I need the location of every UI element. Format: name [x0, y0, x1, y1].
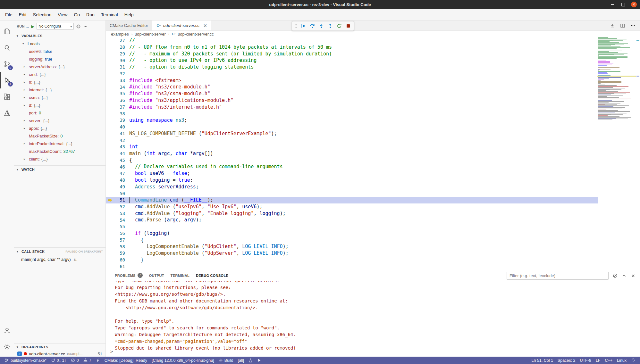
line-number[interactable]: 42 — [114, 138, 125, 143]
line-number[interactable]: 48 — [114, 178, 125, 183]
breadcrumb-item-udp-client-server[interactable]: udp-client-server — [135, 32, 166, 37]
status-sync-changes[interactable]: 0↓ 1↑ — [49, 357, 69, 364]
menu-file[interactable]: File — [2, 11, 16, 19]
code-line-42[interactable]: 42 — [106, 137, 640, 144]
console-prompt[interactable]: > — [110, 348, 113, 355]
download-icon[interactable] — [610, 23, 615, 28]
overview-ruler[interactable] — [636, 37, 640, 270]
code-line-39[interactable]: 39using namespace ns3; — [106, 117, 640, 124]
line-number[interactable]: 40 — [114, 124, 125, 129]
code-line-27[interactable]: 27// — [106, 37, 640, 44]
maximize-button[interactable] — [620, 2, 626, 7]
code-line-44[interactable]: 44main (int argc, char *argv[]) — [106, 150, 640, 157]
breakpoint-checkbox[interactable]: ✓ — [17, 352, 22, 356]
menu-edit[interactable]: Edit — [16, 11, 30, 19]
debug-stop-button[interactable] — [344, 22, 352, 30]
activity-accounts-icon[interactable] — [0, 322, 14, 338]
code-editor[interactable]: 27//28// - UDP flow from n0 to n1 of 102… — [106, 37, 640, 270]
code-line-41[interactable]: 41NS_LOG_COMPONENT_DEFINE ("UdpClientSer… — [106, 130, 640, 137]
line-number[interactable]: 61 — [114, 264, 125, 269]
code-line-61[interactable]: 61 — [106, 263, 640, 270]
more-actions-icon[interactable] — [630, 23, 636, 28]
debug-console[interactable]: Type "show configuration" for configurat… — [106, 281, 640, 357]
code-line-37[interactable]: 37#include "ns3/internet-module.h" — [106, 104, 640, 111]
variable-row-maxpacketsize[interactable]: MaxPacketSize:0 — [14, 132, 105, 140]
line-number[interactable]: 52 — [114, 204, 125, 209]
drag-handle-icon[interactable] — [293, 22, 299, 30]
line-number[interactable]: 28 — [114, 45, 125, 50]
status-git-branch[interactable]: buildsystem-cmake* — [3, 357, 49, 364]
code-line-45[interactable]: 45{ — [106, 157, 640, 164]
line-number[interactable]: 29 — [114, 51, 125, 56]
status-indentation[interactable]: Spaces: 2 — [555, 357, 578, 364]
line-number[interactable]: 54 — [114, 218, 125, 223]
line-number[interactable]: 38 — [114, 111, 125, 116]
code-line-35[interactable]: 35#include "ns3/csma-module.h" — [106, 90, 640, 97]
line-number[interactable]: 43 — [114, 144, 125, 149]
line-number[interactable]: 55 — [114, 224, 125, 229]
debug-step-over-button[interactable] — [308, 22, 316, 30]
start-debugging-icon[interactable]: ▶ — [31, 24, 34, 29]
code-line-28[interactable]: 28// - UDP flow from n0 to n1 of 1024 by… — [106, 44, 640, 51]
status-errors[interactable]: 0 — [69, 357, 81, 364]
line-number[interactable]: 49 — [114, 184, 125, 189]
line-number[interactable]: 33 — [114, 78, 125, 83]
debug-configuration-select[interactable]: No Configura ▾ — [37, 23, 74, 30]
debug-step-out-button[interactable] — [326, 22, 334, 30]
variable-row-apps[interactable]: ▸apps:{...} — [14, 124, 105, 132]
line-number[interactable]: 45 — [114, 158, 125, 163]
gear-icon[interactable] — [76, 24, 81, 29]
status-build[interactable]: Build — [216, 357, 236, 364]
close-panel-icon[interactable] — [631, 273, 636, 278]
debug-restart-button[interactable] — [335, 22, 343, 30]
status-build-target[interactable]: [all] — [235, 357, 246, 364]
code-line-54[interactable]: 54 cmd.Parse (argc, argv); — [106, 217, 640, 223]
line-number[interactable]: 56 — [114, 231, 125, 236]
variable-row-logging[interactable]: logging:true — [14, 55, 105, 63]
code-line-59[interactable]: 59 LogComponentEnable ("UdpServer", LOG_… — [106, 250, 640, 257]
menu-selection[interactable]: Selection — [30, 11, 55, 19]
line-number[interactable]: 30 — [114, 58, 125, 63]
line-number[interactable]: 60 — [114, 257, 125, 262]
code-line-43[interactable]: 43int — [106, 144, 640, 150]
activity-source-control-icon[interactable]: 6 — [0, 56, 14, 72]
code-line-36[interactable]: 36#include "ns3/applications-module.h" — [106, 97, 640, 104]
code-line-48[interactable]: 48 bool logging = true; — [106, 177, 640, 184]
close-tab-icon[interactable]: ✕ — [203, 23, 207, 28]
stack-frame[interactable]: main(int argc, char ** argv) u. — [14, 255, 105, 263]
line-number[interactable]: 51 — [114, 197, 125, 203]
panel-tab-terminal[interactable]: TERMINAL — [171, 270, 189, 281]
debug-continue-button[interactable] — [299, 22, 307, 30]
breadcrumb-item-examples[interactable]: examples — [111, 32, 129, 37]
variable-row-csma[interactable]: ▸csma:{...} — [14, 94, 105, 101]
code-line-53[interactable]: 53 cmd.AddValue ("logging", "Enable logg… — [106, 210, 640, 217]
variable-row-port[interactable]: port:0 — [14, 109, 105, 117]
line-number[interactable]: 35 — [114, 91, 125, 96]
line-number[interactable]: 39 — [114, 118, 125, 123]
more-actions-icon[interactable] — [83, 24, 88, 29]
line-number[interactable]: 37 — [114, 104, 125, 110]
status-language[interactable]: C++ — [602, 357, 615, 364]
line-number[interactable]: 34 — [114, 85, 125, 90]
code-line-60[interactable]: 60 } — [106, 257, 640, 263]
activity-extensions-icon[interactable] — [0, 88, 14, 105]
code-line-47[interactable]: 47 bool useV6 = false; — [106, 170, 640, 177]
menu-go[interactable]: Go — [71, 11, 83, 19]
line-number[interactable]: 46 — [114, 164, 125, 170]
menu-view[interactable]: View — [55, 11, 71, 19]
code-line-31[interactable]: 31// - option to disable logging stateme… — [106, 64, 640, 70]
menu-terminal[interactable]: Terminal — [98, 11, 121, 19]
line-number[interactable]: 27 — [114, 38, 125, 43]
variable-row-serveraddress[interactable]: ▸serverAddress:{...} — [14, 63, 105, 70]
line-number[interactable]: 50 — [114, 191, 125, 196]
line-number[interactable]: 57 — [114, 237, 125, 243]
status-launch[interactable] — [255, 357, 264, 364]
line-number[interactable]: 44 — [114, 151, 125, 156]
variable-row-client[interactable]: ▸client:{...} — [14, 155, 105, 163]
code-line-40[interactable]: 40 — [106, 124, 640, 130]
code-line-55[interactable]: 55 — [106, 223, 640, 230]
line-number[interactable]: 36 — [114, 98, 125, 103]
activity-cmake-icon[interactable] — [0, 105, 14, 121]
activity-settings-icon[interactable] — [0, 338, 14, 355]
menu-help[interactable]: Help — [121, 11, 137, 19]
